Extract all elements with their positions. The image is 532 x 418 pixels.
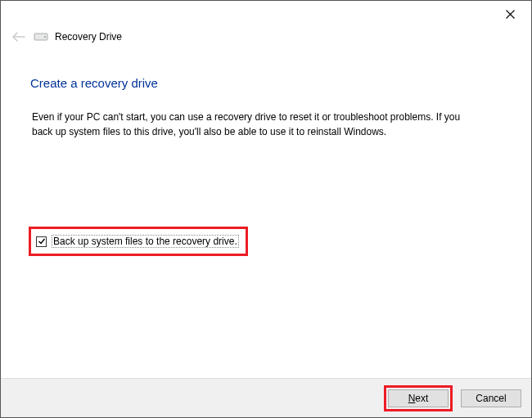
next-button[interactable]: Next [388, 389, 449, 407]
back-button [11, 29, 27, 45]
back-arrow-icon [11, 31, 26, 43]
close-icon [506, 10, 515, 19]
page-description: Even if your PC can't start, you can use… [30, 110, 472, 139]
checkmark-icon [38, 237, 46, 245]
backup-checkbox-label[interactable]: Back up system files to the recovery dri… [52, 235, 239, 248]
svg-point-1 [44, 36, 46, 38]
page-heading: Create a recovery drive [30, 76, 498, 90]
content-area: Create a recovery drive Even if your PC … [1, 45, 531, 139]
window-title: Recovery Drive [55, 31, 122, 43]
close-button[interactable] [495, 4, 525, 24]
backup-checkbox-row: Back up system files to the recovery dri… [29, 227, 248, 256]
cancel-button[interactable]: Cancel [461, 389, 521, 407]
header-row: Recovery Drive [1, 25, 531, 45]
footer: Next Cancel [1, 378, 531, 417]
backup-checkbox[interactable] [36, 236, 47, 247]
next-button-highlight: Next [384, 385, 453, 411]
titlebar [1, 1, 531, 25]
drive-icon [34, 31, 48, 43]
